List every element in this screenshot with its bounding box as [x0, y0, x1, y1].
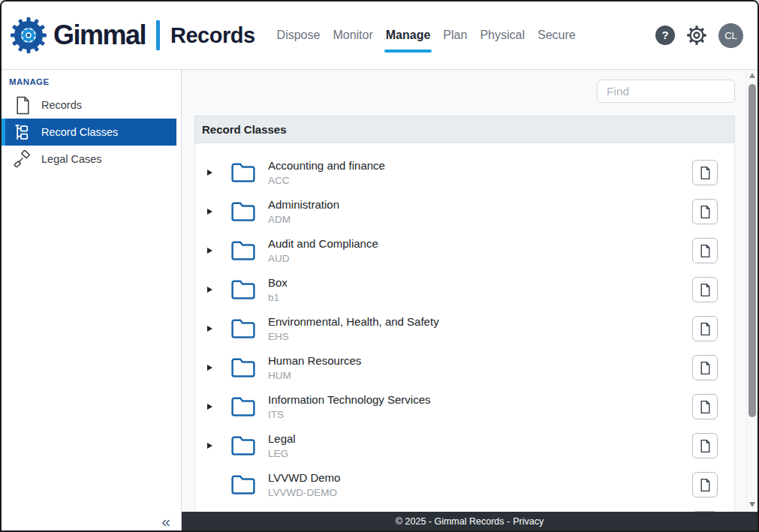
main-content: Record Classes Accounting an: [182, 70, 757, 530]
find-input[interactable]: [597, 80, 735, 103]
record-class-row: Audit and Compliance AUD: [195, 231, 734, 270]
nav-item[interactable]: Plan: [443, 29, 467, 42]
record-class-text: Human Resources HUM: [268, 353, 692, 383]
folder-icon: [230, 395, 256, 418]
expand-arrow-icon[interactable]: [207, 170, 215, 176]
record-class-code: HUM: [268, 368, 692, 383]
record-class-text: Audit and Compliance AUD: [268, 236, 692, 266]
sidebar: MANAGE Records: [2, 70, 182, 530]
record-details-button[interactable]: [692, 316, 718, 341]
record-class-name[interactable]: Human Resources: [268, 353, 692, 368]
brand-product: Records: [170, 23, 255, 48]
record-class-row: Environmental, Health, and Safety EHS: [195, 309, 734, 348]
record-class-name[interactable]: Environmental, Health, and Safety: [268, 314, 692, 329]
record-class-text: Accounting and finance ACC: [268, 158, 692, 188]
tree-icon: [13, 122, 32, 142]
vertical-scrollbar[interactable]: [746, 70, 757, 512]
record-class-name[interactable]: Audit and Compliance: [268, 236, 692, 251]
folder-icon: [230, 239, 256, 262]
folder-icon: [230, 473, 256, 496]
brand-name: Gimmal: [53, 20, 146, 51]
record-class-text: Legal LEG: [268, 431, 692, 461]
sidebar-section-label: MANAGE: [9, 77, 181, 86]
nav-item[interactable]: Dispose: [277, 29, 321, 42]
folder-icon: [230, 356, 256, 379]
folder-icon: [230, 434, 256, 457]
sidebar-item-legal-cases[interactable]: Legal Cases: [2, 146, 176, 173]
record-class-row: Human Resources HUM: [195, 348, 734, 387]
record-class-row: Box b1: [195, 270, 734, 309]
sidebar-collapse-icon[interactable]: «: [161, 512, 170, 530]
record-class-text: LVVWD Demo LVVWD-DEMO: [268, 470, 692, 500]
footer-copyright: © 2025 - Gimmal Records -: [396, 516, 510, 527]
record-classes-panel: Record Classes Accounting an: [194, 116, 735, 530]
record-details-button[interactable]: [692, 277, 718, 302]
folder-icon: [230, 317, 256, 340]
record-class-text: Box b1: [268, 275, 692, 305]
nav-item[interactable]: Physical: [480, 29, 525, 42]
expand-arrow-icon[interactable]: [207, 248, 215, 254]
privacy-link[interactable]: Privacy: [513, 516, 544, 527]
record-class-text: Information Technology Services ITS: [268, 392, 692, 422]
sidebar-item-label: Records: [41, 99, 82, 111]
gavel-icon: [13, 149, 32, 169]
record-class-name[interactable]: Accounting and finance: [268, 158, 692, 173]
record-class-name[interactable]: Administration: [268, 197, 692, 212]
user-avatar[interactable]: CL: [718, 23, 743, 48]
record-class-row: LVVWD Demo LVVWD-DEMO: [195, 465, 734, 504]
panel-title: Record Classes: [194, 116, 735, 143]
record-details-button[interactable]: [692, 433, 718, 458]
sidebar-item-records[interactable]: Records: [2, 92, 176, 119]
record-class-code: EHS: [268, 329, 692, 344]
record-class-code: ACC: [268, 173, 692, 188]
record-details-button[interactable]: [692, 394, 718, 419]
record-class-name[interactable]: Information Technology Services: [268, 392, 692, 407]
folder-icon: [230, 200, 256, 223]
record-details-button[interactable]: [692, 238, 718, 263]
record-class-name[interactable]: Box: [268, 275, 692, 290]
nav-item[interactable]: Manage: [386, 29, 431, 42]
sidebar-item-record-classes[interactable]: Record Classes: [2, 119, 176, 146]
record-class-row: Accounting and finance ACC: [195, 153, 734, 192]
record-class-name[interactable]: LVVWD Demo: [268, 470, 692, 485]
record-class-row: Information Technology Services ITS: [195, 387, 734, 426]
help-icon[interactable]: ?: [655, 26, 675, 45]
scroll-up-icon[interactable]: [749, 73, 755, 78]
record-class-code: LVVWD-DEMO: [268, 485, 692, 500]
sidebar-item-label: Record Classes: [41, 126, 118, 138]
record-class-code: b1: [268, 290, 692, 305]
app-header: Gimmal Records Dispose Monitor Manage Pl…: [2, 2, 757, 70]
scrollbar-thumb[interactable]: [748, 84, 756, 417]
record-class-code: ADM: [268, 212, 692, 227]
settings-gear-icon[interactable]: [686, 25, 707, 46]
expand-arrow-icon[interactable]: [207, 443, 215, 449]
expand-arrow-icon[interactable]: [207, 404, 215, 410]
nav-item[interactable]: Monitor: [333, 29, 372, 42]
nav-item[interactable]: Secure: [538, 29, 576, 42]
header-actions: ? CL: [655, 23, 757, 48]
gimmal-gear-logo-icon: [11, 17, 47, 53]
top-nav: Dispose Monitor Manage Plan Physical Sec…: [277, 29, 576, 42]
record-class-row: Legal LEG: [195, 426, 734, 465]
record-class-code: AUD: [268, 251, 692, 266]
record-details-button[interactable]: [692, 472, 718, 497]
record-class-name[interactable]: Legal: [268, 431, 692, 446]
expand-arrow-icon[interactable]: [207, 365, 215, 371]
expand-arrow-icon[interactable]: [207, 209, 215, 215]
record-class-code: LEG: [268, 446, 692, 461]
app-window: Gimmal Records Dispose Monitor Manage Pl…: [0, 0, 759, 532]
brand-divider: [156, 20, 160, 50]
record-details-button[interactable]: [692, 160, 718, 185]
record-details-button[interactable]: [692, 355, 718, 380]
record-class-text: Environmental, Health, and Safety EHS: [268, 314, 692, 344]
scroll-down-icon[interactable]: [749, 502, 755, 507]
sidebar-item-label: Legal Cases: [41, 153, 102, 165]
document-icon: [13, 95, 32, 115]
record-details-button[interactable]: [692, 199, 718, 224]
expand-arrow-icon[interactable]: [207, 326, 215, 332]
folder-icon: [230, 278, 256, 301]
record-class-row: Administration ADM: [195, 192, 734, 231]
expand-arrow-icon[interactable]: [207, 287, 215, 293]
folder-icon: [230, 161, 256, 184]
record-class-list: Accounting and finance ACC: [194, 143, 735, 530]
